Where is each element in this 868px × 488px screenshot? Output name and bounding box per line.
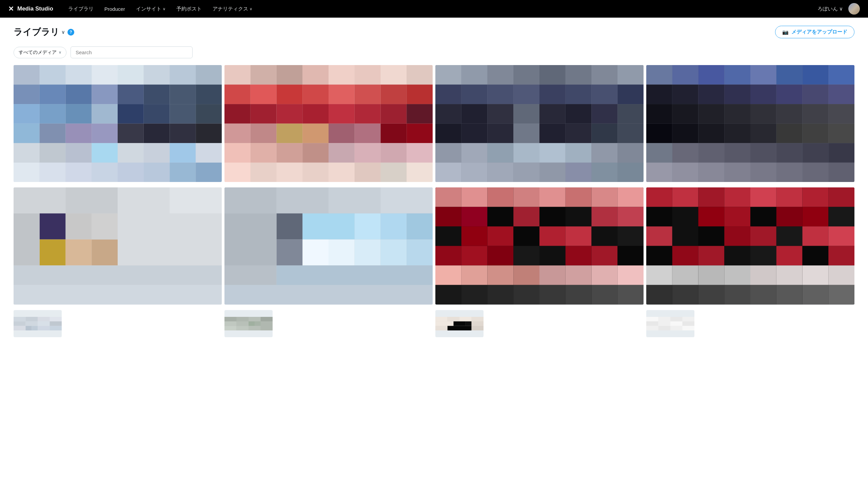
nav-library[interactable]: ライブラリ	[64, 4, 98, 14]
nav-links: ライブラリ Producer インサイト ∨ 予約ポスト アナリティクス ∨	[64, 4, 807, 14]
nav-insights[interactable]: インサイト ∨	[132, 4, 170, 14]
svg-rect-260	[539, 246, 566, 266]
svg-rect-82	[224, 143, 251, 163]
avatar-image	[848, 3, 860, 15]
svg-rect-286	[776, 187, 803, 207]
page-title-row: ライブラリ ∨ ?	[14, 26, 74, 38]
svg-rect-210	[14, 285, 222, 305]
svg-rect-203	[40, 240, 66, 266]
svg-rect-242	[488, 207, 514, 227]
svg-rect-344	[224, 317, 237, 321]
svg-rect-303	[803, 227, 829, 246]
svg-rect-169	[776, 104, 803, 124]
svg-rect-176	[750, 124, 776, 143]
svg-rect-264	[435, 266, 461, 285]
svg-rect-15	[170, 85, 196, 104]
svg-rect-262	[592, 246, 618, 266]
svg-rect-60	[277, 85, 303, 104]
svg-rect-139	[435, 163, 461, 182]
svg-rect-305	[646, 246, 672, 266]
media-thumb-2-2[interactable]	[224, 187, 433, 304]
svg-rect-240	[435, 207, 461, 227]
nav-analytics[interactable]: アナリティクス ∨	[209, 4, 256, 14]
app-logo[interactable]: ✕ Media Studio	[8, 5, 53, 13]
svg-rect-201	[40, 214, 66, 240]
svg-rect-70	[329, 104, 355, 124]
svg-rect-144	[566, 163, 592, 182]
media-thumb-2-4[interactable]	[646, 187, 854, 304]
svg-rect-31	[170, 124, 196, 143]
svg-rect-334	[14, 321, 26, 326]
media-type-filter[interactable]: すべてのメディア ∨	[14, 47, 66, 58]
svg-rect-36	[92, 143, 118, 163]
user-menu[interactable]: ろぼいん ∨	[817, 6, 843, 12]
media-thumb-1-3[interactable]	[435, 65, 644, 182]
svg-rect-313	[646, 266, 672, 285]
svg-rect-349	[237, 321, 249, 326]
media-thumb-3-2[interactable]	[224, 310, 273, 337]
svg-rect-296	[828, 207, 854, 227]
search-input[interactable]	[71, 46, 193, 58]
media-thumb-3-4[interactable]	[646, 310, 694, 337]
svg-rect-220	[407, 214, 433, 240]
media-thumb-3-3[interactable]	[435, 310, 484, 337]
svg-rect-336	[38, 321, 50, 326]
svg-rect-118	[513, 104, 539, 124]
page-header: ライブラリ ∨ ? 📷 メディアをアップロード	[14, 26, 854, 38]
svg-rect-109	[488, 85, 514, 104]
svg-rect-142	[513, 163, 539, 182]
svg-rect-288	[828, 187, 854, 207]
svg-rect-314	[672, 266, 698, 285]
svg-rect-378	[646, 326, 658, 330]
svg-rect-381	[683, 326, 695, 330]
media-thumb-1-2[interactable]	[224, 65, 433, 182]
svg-rect-3	[66, 65, 92, 85]
svg-rect-85	[302, 143, 329, 163]
svg-rect-315	[698, 266, 725, 285]
media-thumb-1-1[interactable]	[14, 65, 222, 182]
media-thumb-3-1[interactable]	[14, 310, 62, 337]
upload-button[interactable]: 📷 メディアをアップロード	[775, 26, 854, 38]
svg-rect-58	[224, 85, 251, 104]
media-thumb-2-3[interactable]	[435, 187, 644, 304]
svg-rect-284	[724, 187, 750, 207]
avatar[interactable]	[848, 3, 860, 15]
svg-rect-325	[750, 285, 776, 305]
svg-rect-54	[329, 65, 355, 85]
media-grid	[14, 65, 854, 337]
svg-rect-180	[646, 143, 672, 163]
title-chevron-icon[interactable]: ∨	[61, 29, 65, 35]
svg-rect-294	[776, 207, 803, 227]
svg-rect-251	[513, 227, 539, 246]
svg-rect-335	[26, 321, 38, 326]
media-thumb-1-4[interactable]	[646, 65, 854, 182]
nav-scheduled-posts[interactable]: 予約ポスト	[172, 4, 206, 14]
svg-rect-112	[566, 85, 592, 104]
svg-rect-230	[224, 285, 433, 305]
svg-rect-214	[329, 187, 381, 214]
svg-rect-67	[251, 104, 277, 124]
svg-rect-41	[14, 163, 40, 182]
svg-rect-97	[407, 163, 433, 182]
svg-rect-341	[38, 326, 50, 330]
svg-rect-34	[40, 143, 66, 163]
svg-rect-266	[488, 266, 514, 285]
svg-rect-79	[355, 124, 381, 143]
media-thumb-2-1[interactable]	[14, 187, 222, 304]
nav-producer[interactable]: Producer	[100, 4, 129, 14]
svg-rect-16	[196, 85, 222, 104]
svg-rect-71	[355, 104, 381, 124]
svg-rect-233	[461, 187, 488, 207]
svg-rect-107	[435, 85, 461, 104]
svg-rect-360	[459, 317, 472, 321]
svg-rect-272	[435, 285, 461, 305]
svg-rect-145	[592, 163, 618, 182]
help-icon[interactable]: ?	[67, 29, 74, 36]
svg-rect-275	[513, 285, 539, 305]
svg-rect-27	[66, 124, 92, 143]
svg-rect-39	[170, 143, 196, 163]
svg-rect-256	[435, 246, 461, 266]
svg-rect-6	[144, 65, 170, 85]
media-row-3	[14, 310, 854, 337]
svg-rect-111	[539, 85, 566, 104]
